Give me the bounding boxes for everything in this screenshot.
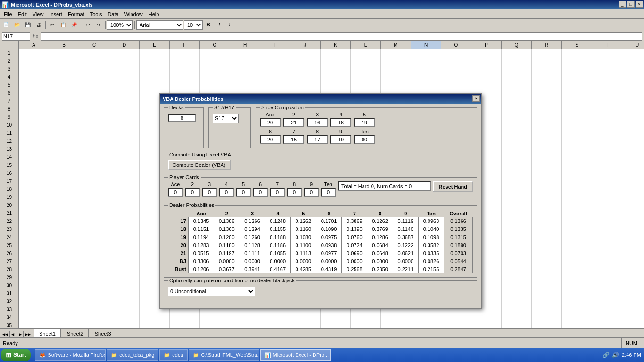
grid-cell[interactable] xyxy=(49,169,79,177)
col-header-E[interactable]: E xyxy=(140,41,170,49)
grid-cell[interactable] xyxy=(109,249,140,257)
grid-cell[interactable] xyxy=(562,57,592,65)
col-header-L[interactable]: L xyxy=(351,41,381,49)
grid-cell[interactable] xyxy=(79,265,109,273)
grid-cell[interactable] xyxy=(532,289,562,297)
grid-cell[interactable] xyxy=(79,193,109,201)
grid-cell[interactable] xyxy=(19,81,49,89)
grid-cell[interactable] xyxy=(411,49,441,57)
grid-cell[interactable] xyxy=(502,241,532,249)
grid-cell[interactable] xyxy=(19,177,49,185)
shoe-5-input[interactable] xyxy=(354,118,375,127)
grid-cell[interactable] xyxy=(532,201,562,209)
col-header-A[interactable]: A xyxy=(19,41,49,49)
grid-cell[interactable] xyxy=(351,313,381,321)
grid-cell[interactable] xyxy=(79,105,109,113)
grid-cell[interactable] xyxy=(109,185,140,193)
grid-cell[interactable] xyxy=(532,81,562,89)
grid-cell[interactable] xyxy=(562,297,592,305)
grid-cell[interactable] xyxy=(562,209,592,217)
shoe-2-input[interactable] xyxy=(283,118,304,127)
grid-cell[interactable] xyxy=(592,129,622,137)
grid-cell[interactable] xyxy=(502,289,532,297)
grid-cell[interactable] xyxy=(532,129,562,137)
grid-cell[interactable] xyxy=(19,65,49,73)
grid-cell[interactable] xyxy=(592,233,622,241)
grid-cell[interactable] xyxy=(502,137,532,145)
grid-cell[interactable] xyxy=(49,129,79,137)
font-select[interactable]: Arial xyxy=(136,20,183,30)
grid-cell[interactable] xyxy=(592,281,622,289)
grid-cell[interactable] xyxy=(502,257,532,265)
grid-cell[interactable] xyxy=(502,249,532,257)
grid-cell[interactable] xyxy=(532,273,562,281)
grid-cell[interactable] xyxy=(532,249,562,257)
grid-cell[interactable] xyxy=(260,73,290,81)
grid-cell[interactable] xyxy=(471,49,502,57)
grid-cell[interactable] xyxy=(170,65,200,73)
grid-cell[interactable] xyxy=(79,137,109,145)
grid-cell[interactable] xyxy=(592,177,622,185)
col-header-P[interactable]: P xyxy=(471,41,502,49)
grid-cell[interactable] xyxy=(79,129,109,137)
menu-format[interactable]: Format xyxy=(65,10,87,18)
grid-cell[interactable] xyxy=(109,241,140,249)
grid-cell[interactable] xyxy=(140,65,170,73)
toolbar-redo[interactable]: ↪ xyxy=(93,20,104,30)
grid-cell[interactable] xyxy=(290,73,321,81)
col-header-B[interactable]: B xyxy=(49,41,79,49)
grid-cell[interactable] xyxy=(49,289,79,297)
grid-cell[interactable] xyxy=(49,281,79,289)
grid-cell[interactable] xyxy=(49,145,79,153)
grid-cell[interactable] xyxy=(49,89,79,97)
grid-cell[interactable] xyxy=(49,249,79,257)
grid-cell[interactable] xyxy=(502,161,532,169)
s17h17-select[interactable]: S17 H17 xyxy=(213,114,239,123)
grid-cell[interactable] xyxy=(622,233,644,241)
grid-cell[interactable] xyxy=(79,241,109,249)
grid-cell[interactable] xyxy=(109,105,140,113)
grid-cell[interactable] xyxy=(109,257,140,265)
grid-cell[interactable] xyxy=(502,169,532,177)
col-header-F[interactable]: F xyxy=(170,41,200,49)
grid-cell[interactable] xyxy=(502,49,532,57)
grid-cell[interactable] xyxy=(351,73,381,81)
grid-cell[interactable] xyxy=(592,153,622,161)
grid-cell[interactable] xyxy=(49,185,79,193)
grid-cell[interactable] xyxy=(622,305,644,313)
shoe-4-input[interactable] xyxy=(330,118,351,127)
grid-cell[interactable] xyxy=(49,209,79,217)
col-header-D[interactable]: D xyxy=(109,41,140,49)
grid-cell[interactable] xyxy=(592,265,622,273)
grid-cell[interactable] xyxy=(532,177,562,185)
grid-cell[interactable] xyxy=(49,257,79,265)
reset-hand-button[interactable]: Reset Hand xyxy=(433,181,473,192)
grid-cell[interactable] xyxy=(19,193,49,201)
grid-cell[interactable] xyxy=(290,313,321,321)
grid-cell[interactable] xyxy=(109,177,140,185)
grid-cell[interactable] xyxy=(109,137,140,145)
grid-cell[interactable] xyxy=(79,217,109,225)
grid-cell[interactable] xyxy=(502,233,532,241)
grid-cell[interactable] xyxy=(19,49,49,57)
grid-cell[interactable] xyxy=(381,73,411,81)
grid-cell[interactable] xyxy=(441,65,471,73)
grid-cell[interactable] xyxy=(622,129,644,137)
grid-cell[interactable] xyxy=(19,225,49,233)
grid-cell[interactable] xyxy=(622,225,644,233)
menu-insert[interactable]: Insert xyxy=(46,10,65,18)
menu-help[interactable]: Help xyxy=(146,10,162,18)
grid-cell[interactable] xyxy=(622,97,644,105)
cell-reference[interactable] xyxy=(2,32,30,41)
grid-cell[interactable] xyxy=(592,241,622,249)
shoe-9-input[interactable] xyxy=(330,135,351,144)
grid-cell[interactable] xyxy=(502,105,532,113)
grid-cell[interactable] xyxy=(411,65,441,73)
grid-cell[interactable] xyxy=(411,73,441,81)
grid-cell[interactable] xyxy=(79,65,109,73)
col-header-S[interactable]: S xyxy=(562,41,592,49)
grid-cell[interactable] xyxy=(49,201,79,209)
col-header-T[interactable]: T xyxy=(592,41,622,49)
col-header-G[interactable]: G xyxy=(200,41,230,49)
grid-cell[interactable] xyxy=(592,89,622,97)
